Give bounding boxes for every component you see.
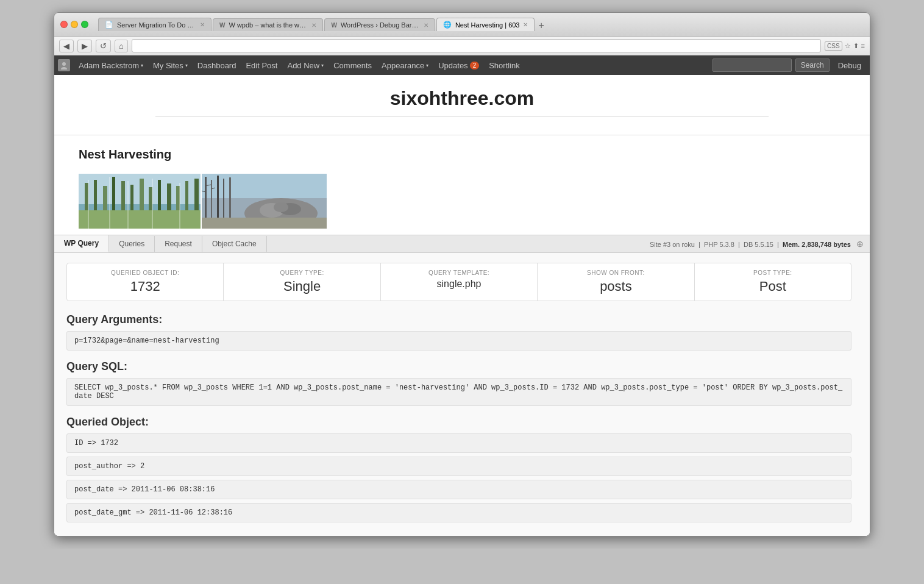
card-query-type: QUERY TYPE: Single (224, 263, 380, 301)
svg-point-0 (62, 62, 66, 66)
shortlink-link[interactable]: Shortlink (484, 55, 525, 75)
card-post-type: POST TYPE: Post (695, 263, 851, 301)
query-arguments-title: Query Arguments: (66, 313, 851, 326)
edit-post-link[interactable]: Edit Post (241, 55, 282, 75)
card-queried-object-id-label: QUERIED OBJECT ID: (77, 269, 213, 276)
debug-tab-wp-query[interactable]: WP Query (54, 235, 109, 252)
updates-badge: 2 (470, 62, 480, 69)
admin-username: Adam Backstrom (79, 61, 139, 70)
card-queried-object-id: QUERIED OBJECT ID: 1732 (67, 263, 224, 301)
page-content: sixohthree.com Nest Harvesting (54, 75, 870, 536)
debug-bar: WP Query Queries Request Object Cache Si… (54, 235, 870, 253)
admin-user-menu[interactable]: Adam Backstrom ▾ (74, 55, 148, 75)
home-button[interactable]: ⌂ (115, 40, 128, 52)
add-new-arrow-icon: ▾ (321, 63, 324, 68)
card-query-template: QUERY TEMPLATE: single.php (381, 263, 538, 301)
share-icon[interactable]: ⬆ (853, 42, 859, 50)
dashboard-label: Dashboard (197, 61, 236, 70)
memory-info: Mem. 2,838,748 bytes (783, 241, 851, 248)
my-sites-arrow-icon: ▾ (185, 63, 188, 68)
tab-1[interactable]: 📄 Server Migration To Do – Go... ✕ (98, 18, 211, 31)
tab-1-label: Server Migration To Do – Go... (117, 21, 196, 29)
svg-point-1 (61, 67, 67, 69)
svg-rect-20 (127, 181, 129, 229)
debug-button[interactable]: Debug (833, 55, 866, 75)
svg-rect-21 (152, 179, 153, 229)
site-header: sixohthree.com (54, 75, 870, 135)
close-button[interactable] (60, 21, 68, 28)
tab-3-label: WordPress › Debug Bar « Wo... (341, 21, 420, 29)
debug-tab-queries[interactable]: Queries (109, 236, 155, 252)
query-cards: QUERIED OBJECT ID: 1732 QUERY TYPE: Sing… (66, 263, 851, 301)
queried-object-title: Queried Object: (66, 416, 851, 429)
tab-2-favicon: W (219, 22, 225, 29)
add-new-menu[interactable]: Add New ▾ (282, 55, 329, 75)
svg-rect-17 (79, 210, 201, 229)
tab-3[interactable]: W WordPress › Debug Bar « Wo... ✕ (324, 18, 435, 31)
updates-link[interactable]: Updates 2 (433, 55, 484, 75)
tab-3-close[interactable]: ✕ (424, 22, 428, 29)
svg-rect-18 (88, 180, 89, 229)
add-new-label: Add New (287, 61, 319, 70)
tab-2[interactable]: W W wpdb – what is the way to s... ✕ (213, 18, 323, 31)
query-sql-code: SELECT wp_3_posts.* FROM wp_3_posts WHER… (66, 378, 851, 406)
updates-label: Updates (438, 61, 467, 70)
svg-rect-24 (202, 174, 327, 198)
php-version: PHP 5.3.8 (704, 241, 734, 248)
card-post-type-value: Post (705, 279, 841, 294)
svg-rect-37 (202, 218, 327, 229)
traffic-lights (60, 21, 88, 28)
css-icon[interactable]: CSS (825, 41, 842, 51)
nav-right-controls: CSS ☆ ⬆ ≡ (825, 41, 865, 51)
post-images (79, 168, 845, 235)
tab-4-favicon: 🌐 (443, 21, 452, 29)
image-left-svg (79, 174, 201, 229)
new-tab-button[interactable]: + (538, 20, 544, 31)
wp-search-button[interactable]: Search (795, 59, 830, 72)
card-query-template-value: single.php (391, 279, 527, 290)
comments-link[interactable]: Comments (329, 55, 377, 75)
tab-2-close[interactable]: ✕ (311, 22, 316, 29)
tab-4-close[interactable]: ✕ (523, 21, 528, 28)
post-area: Nest Harvesting (54, 135, 870, 235)
shortlink-label: Shortlink (489, 61, 520, 70)
debug-tabs: WP Query Queries Request Object Cache Si… (54, 235, 870, 252)
minimize-button[interactable] (71, 21, 78, 28)
card-query-template-label: QUERY TEMPLATE: (391, 269, 527, 276)
debug-info: Site #3 on roku | PHP 5.3.8 | DB 5.5.15 … (644, 239, 870, 249)
avatar (58, 59, 70, 71)
debug-expand-button[interactable]: ⊕ (856, 239, 864, 249)
appearance-menu[interactable]: Appearance ▾ (377, 55, 433, 75)
maximize-button[interactable] (81, 21, 88, 28)
nav-bar: ◀ ▶ ↺ ⌂ sixohthree.com/1732/nest-harvest… (54, 37, 870, 55)
debug-tab-object-cache[interactable]: Object Cache (202, 236, 267, 252)
dashboard-link[interactable]: Dashboard (193, 55, 241, 75)
address-bar[interactable]: sixohthree.com/1732/nest-harvesting (132, 39, 821, 52)
refresh-button[interactable]: ↺ (96, 40, 111, 52)
header-divider (155, 116, 769, 116)
appearance-arrow-icon: ▾ (426, 63, 428, 68)
wp-search-input[interactable] (713, 59, 792, 72)
my-sites-menu[interactable]: My Sites ▾ (148, 55, 193, 75)
card-query-type-label: QUERY TYPE: (233, 269, 370, 276)
bookmark-icon[interactable]: ☆ (845, 42, 851, 50)
svg-point-36 (274, 202, 288, 212)
tab-4[interactable]: 🌐 Nest Harvesting | 603 ✕ (436, 18, 535, 31)
svg-rect-19 (109, 177, 110, 229)
card-query-type-value: Single (233, 279, 370, 294)
forward-button[interactable]: ▶ (77, 40, 92, 52)
debug-tab-request[interactable]: Request (155, 236, 202, 252)
wp-query-tab-label: WP Query (64, 239, 99, 247)
tab-2-label: W wpdb – what is the way to s... (229, 21, 308, 29)
tab-1-close[interactable]: ✕ (200, 21, 205, 28)
my-sites-label: My Sites (153, 61, 183, 70)
card-show-on-front-value: posts (547, 279, 684, 294)
site-title: sixohthree.com (79, 87, 845, 110)
query-sql-title: Query SQL: (66, 360, 851, 373)
tab-favicon: 📄 (105, 21, 113, 29)
browser-menu-icon[interactable]: ≡ (861, 42, 865, 49)
post-image-left (79, 174, 201, 229)
back-button[interactable]: ◀ (59, 40, 74, 52)
title-bar: 📄 Server Migration To Do – Go... ✕ W W w… (54, 13, 870, 37)
card-queried-object-id-value: 1732 (77, 279, 213, 294)
